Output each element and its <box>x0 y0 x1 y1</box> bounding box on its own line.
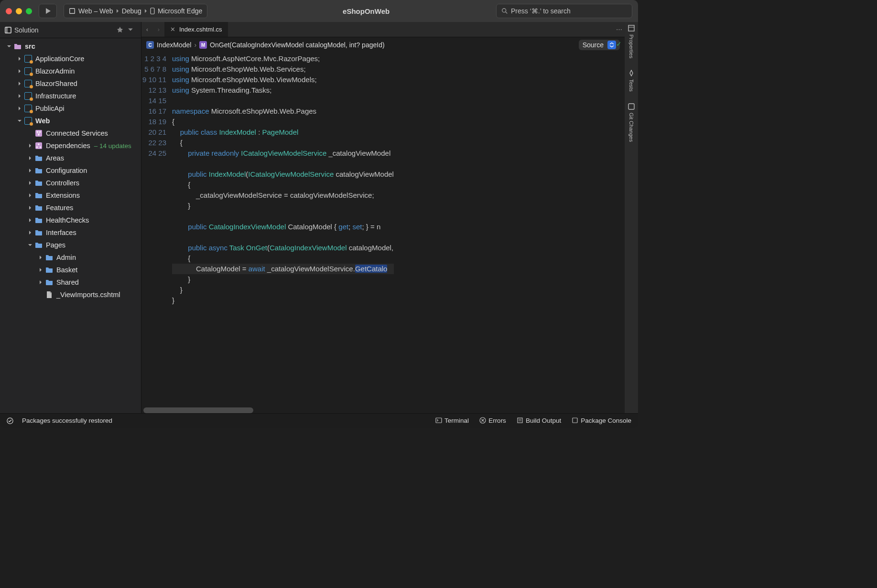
panel-options-button[interactable] <box>128 26 136 34</box>
tree-node[interactable]: Features <box>0 202 141 214</box>
tree-node[interactable]: HealthChecks <box>0 214 141 226</box>
horizontal-scrollbar[interactable] <box>141 407 625 413</box>
search-placeholder: Press ‘⌘.’ to search <box>511 7 571 15</box>
chevron-right-icon <box>141 7 150 15</box>
tree-node[interactable]: Connected Services <box>0 127 141 139</box>
tests-icon <box>628 70 635 76</box>
editor-area: ‹ › ✕ Index.cshtml.cs ⋯ C IndexModel › M… <box>141 22 625 413</box>
panel-package-console[interactable]: Package Console <box>572 417 631 424</box>
panel-build-output[interactable]: Build Output <box>517 417 561 424</box>
right-sidebar-rail: Properties Tests Git Changes <box>625 22 638 413</box>
solution-explorer-title: Solution <box>14 26 39 34</box>
chevron-right-icon[interactable] <box>37 267 44 273</box>
folder-icon <box>34 179 43 187</box>
chevron-right-icon[interactable] <box>16 93 23 99</box>
chevron-right-icon[interactable] <box>27 180 33 186</box>
nav-forward-button[interactable]: › <box>153 26 164 33</box>
tree-node[interactable]: Areas <box>0 152 141 164</box>
chevron-right-icon[interactable] <box>27 155 33 161</box>
project-icon <box>24 92 32 100</box>
analysis-ok-icon: ✓ <box>616 40 622 48</box>
tab-overflow-button[interactable]: ⋯ <box>613 26 625 33</box>
tree-node[interactable]: Basket <box>0 264 141 276</box>
tree-node-project[interactable]: BlazorShared <box>0 77 141 90</box>
tree-node[interactable]: Shared <box>0 276 141 289</box>
tree-node-project[interactable]: PublicApi <box>0 102 141 115</box>
tree-node-project[interactable]: BlazorAdmin <box>0 65 141 77</box>
rail-item-properties[interactable]: Properties <box>628 25 635 58</box>
tree-node-project[interactable]: Web <box>0 115 141 127</box>
chevron-right-icon[interactable] <box>27 217 33 224</box>
folder-icon <box>45 278 54 287</box>
tree-node[interactable]: _ViewImports.cshtml <box>0 289 141 301</box>
connected-services-icon <box>34 129 43 138</box>
panel-terminal[interactable]: Terminal <box>435 417 469 424</box>
pin-button[interactable] <box>117 26 126 34</box>
tree-node-project[interactable]: Infrastructure <box>0 90 141 102</box>
view-mode-selector[interactable]: Source <box>579 40 620 50</box>
close-tab-button[interactable]: ✕ <box>170 26 175 33</box>
folder-icon <box>34 203 43 212</box>
global-search[interactable]: Press ‘⌘.’ to search <box>496 4 632 18</box>
chevron-right-icon[interactable] <box>27 229 33 236</box>
svg-point-2 <box>502 9 506 12</box>
svg-rect-18 <box>436 418 442 423</box>
solution-tree[interactable]: srcApplicationCoreBlazorAdminBlazorShare… <box>0 38 141 413</box>
chevron-right-icon[interactable] <box>27 142 33 149</box>
chevron-right-icon[interactable] <box>27 204 33 211</box>
svg-line-3 <box>506 12 508 14</box>
svg-point-12 <box>36 146 38 148</box>
chevron-right-icon: › <box>194 41 196 49</box>
tree-node[interactable]: Pages <box>0 239 141 251</box>
tree-node[interactable]: Interfaces <box>0 226 141 239</box>
chevron-right-icon[interactable] <box>27 192 33 199</box>
run-button[interactable] <box>39 4 57 18</box>
tree-node[interactable]: Configuration <box>0 164 141 177</box>
tree-node[interactable]: Extensions <box>0 189 141 202</box>
tree-node-project[interactable]: ApplicationCore <box>0 53 141 65</box>
chevron-right-icon[interactable] <box>16 55 23 62</box>
scrollbar-thumb[interactable] <box>143 407 253 413</box>
panel-icon <box>5 27 11 33</box>
project-icon <box>24 117 32 125</box>
zoom-window-button[interactable] <box>26 8 32 14</box>
tree-node[interactable]: Admin <box>0 251 141 264</box>
check-icon <box>7 417 13 424</box>
close-window-button[interactable] <box>6 8 12 14</box>
toolbar: Web – Web Debug Microsoft Edge eShopOnWe… <box>0 0 638 22</box>
svg-rect-23 <box>573 418 577 423</box>
breadcrumb-method[interactable]: OnGet(CatalogIndexViewModel catalogModel… <box>210 41 385 49</box>
minimize-window-button[interactable] <box>16 8 22 14</box>
run-config-label: Debug <box>122 7 141 15</box>
chevron-right-icon[interactable] <box>37 279 44 286</box>
chevron-down-icon[interactable] <box>16 118 23 124</box>
tree-node[interactable]: Dependencies– 14 updates <box>0 139 141 152</box>
rail-item-tests[interactable]: Tests <box>628 70 635 92</box>
editor-tab-active[interactable]: ✕ Index.cshtml.cs <box>164 22 228 37</box>
tree-node[interactable]: Controllers <box>0 177 141 189</box>
code-editor[interactable]: 1 2 3 4 5 6 7 8 9 10 11 12 13 14 15 16 1… <box>141 53 625 407</box>
chevron-right-icon[interactable] <box>16 80 23 87</box>
tree-node-src[interactable]: src <box>0 40 141 53</box>
chevron-right-icon[interactable] <box>16 68 23 75</box>
project-icon <box>24 79 32 88</box>
chevron-right-icon[interactable] <box>27 167 33 174</box>
breadcrumbs[interactable]: C IndexModel › M OnGet(CatalogIndexViewM… <box>141 37 625 53</box>
run-configuration-selector[interactable]: Web – Web Debug Microsoft Edge <box>64 4 207 18</box>
code-lines[interactable]: using Microsoft.AspNetCore.Mvc.RazorPage… <box>172 53 394 407</box>
folder-icon <box>34 216 43 225</box>
folder-icon <box>34 191 43 200</box>
dropdown-icon <box>607 41 616 49</box>
breadcrumb-class[interactable]: IndexModel <box>157 41 191 49</box>
chevron-right-icon[interactable] <box>16 105 23 112</box>
nav-back-button[interactable]: ‹ <box>141 26 153 33</box>
file-icon <box>45 290 54 299</box>
panel-errors[interactable]: Errors <box>479 417 506 424</box>
svg-rect-20 <box>518 418 522 423</box>
status-message: Packages successfully restored <box>22 417 112 424</box>
chevron-down-icon[interactable] <box>27 242 33 248</box>
chevron-down-icon[interactable] <box>6 43 12 50</box>
chevron-right-icon[interactable] <box>37 254 44 261</box>
rail-item-git-changes[interactable]: Git Changes <box>628 103 635 142</box>
solution-explorer-header: Solution <box>0 22 141 38</box>
